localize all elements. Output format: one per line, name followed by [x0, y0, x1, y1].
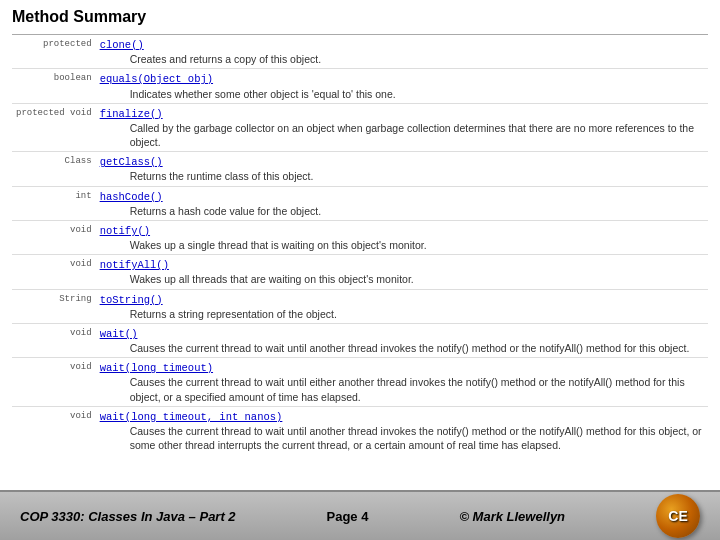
logo: CE	[656, 494, 700, 538]
table-row: voidnotifyAll()Wakes up all threads that…	[12, 255, 708, 289]
method-name[interactable]: hashCode()	[100, 191, 163, 203]
method-description: Causes the current thread to wait until …	[130, 424, 704, 452]
method-description: Causes the current thread to wait until …	[130, 341, 704, 355]
method-qualifier: void	[12, 323, 96, 357]
method-name[interactable]: clone()	[100, 39, 144, 51]
method-description: Wakes up a single thread that is waiting…	[130, 238, 704, 252]
method-name[interactable]: finalize()	[100, 108, 163, 120]
footer-right: © Mark Llewellyn	[459, 509, 565, 524]
method-name[interactable]: wait(long timeout)	[100, 362, 213, 374]
table-row: ClassgetClass()Returns the runtime class…	[12, 152, 708, 186]
method-cell: getClass()Returns the runtime class of t…	[96, 152, 708, 186]
method-qualifier: String	[12, 289, 96, 323]
method-cell: wait()Causes the current thread to wait …	[96, 323, 708, 357]
method-cell: hashCode()Returns a hash code value for …	[96, 186, 708, 220]
method-qualifier: void	[12, 406, 96, 454]
logo-text: CE	[668, 508, 687, 524]
method-cell: notify()Wakes up a single thread that is…	[96, 220, 708, 254]
method-description: Creates and returns a copy of this objec…	[130, 52, 704, 66]
main-content: Method Summary protectedclone()Creates a…	[0, 0, 720, 490]
table-row: voidnotify()Wakes up a single thread tha…	[12, 220, 708, 254]
method-qualifier: Class	[12, 152, 96, 186]
method-name[interactable]: wait()	[100, 328, 138, 340]
method-cell: notifyAll()Wakes up all threads that are…	[96, 255, 708, 289]
method-name[interactable]: getClass()	[100, 156, 163, 168]
table-row: StringtoString()Returns a string represe…	[12, 289, 708, 323]
method-qualifier: void	[12, 358, 96, 407]
method-description: Causes the current thread to wait until …	[130, 375, 704, 403]
method-description: Indicates whether some other object is '…	[130, 87, 704, 101]
footer: COP 3330: Classes In Java – Part 2 Page …	[0, 490, 720, 540]
method-cell: wait(long timeout, int nanos)Causes the …	[96, 406, 708, 454]
method-cell: equals(Object obj)Indicates whether some…	[96, 69, 708, 103]
method-name[interactable]: notify()	[100, 225, 150, 237]
method-description: Returns a string representation of the o…	[130, 307, 704, 321]
method-cell: toString()Returns a string representatio…	[96, 289, 708, 323]
method-qualifier: protected void	[12, 103, 96, 152]
table-row: inthashCode()Returns a hash code value f…	[12, 186, 708, 220]
method-qualifier: boolean	[12, 69, 96, 103]
table-row: voidwait(long timeout)Causes the current…	[12, 358, 708, 407]
table-row: voidwait()Causes the current thread to w…	[12, 323, 708, 357]
table-row: booleanequals(Object obj)Indicates wheth…	[12, 69, 708, 103]
method-table: protectedclone()Creates and returns a co…	[12, 34, 708, 454]
table-row: voidwait(long timeout, int nanos)Causes …	[12, 406, 708, 454]
method-description: Wakes up all threads that are waiting on…	[130, 272, 704, 286]
method-name[interactable]: equals(Object obj)	[100, 73, 213, 85]
method-description: Called by the garbage collector on an ob…	[130, 121, 704, 149]
method-name[interactable]: toString()	[100, 294, 163, 306]
method-cell: finalize()Called by the garbage collecto…	[96, 103, 708, 152]
method-qualifier: protected	[12, 35, 96, 69]
method-qualifier: void	[12, 220, 96, 254]
table-row: protectedclone()Creates and returns a co…	[12, 35, 708, 69]
method-description: Returns the runtime class of this object…	[130, 169, 704, 183]
method-cell: wait(long timeout)Causes the current thr…	[96, 358, 708, 407]
footer-left: COP 3330: Classes In Java – Part 2	[20, 509, 236, 524]
method-name[interactable]: wait(long timeout, int nanos)	[100, 411, 283, 423]
method-name[interactable]: notifyAll()	[100, 259, 169, 271]
method-qualifier: void	[12, 255, 96, 289]
method-qualifier: int	[12, 186, 96, 220]
table-row: protected voidfinalize()Called by the ga…	[12, 103, 708, 152]
footer-center: Page 4	[327, 509, 369, 524]
method-cell: clone()Creates and returns a copy of thi…	[96, 35, 708, 69]
method-description: Returns a hash code value for the object…	[130, 204, 704, 218]
section-title: Method Summary	[12, 8, 708, 26]
